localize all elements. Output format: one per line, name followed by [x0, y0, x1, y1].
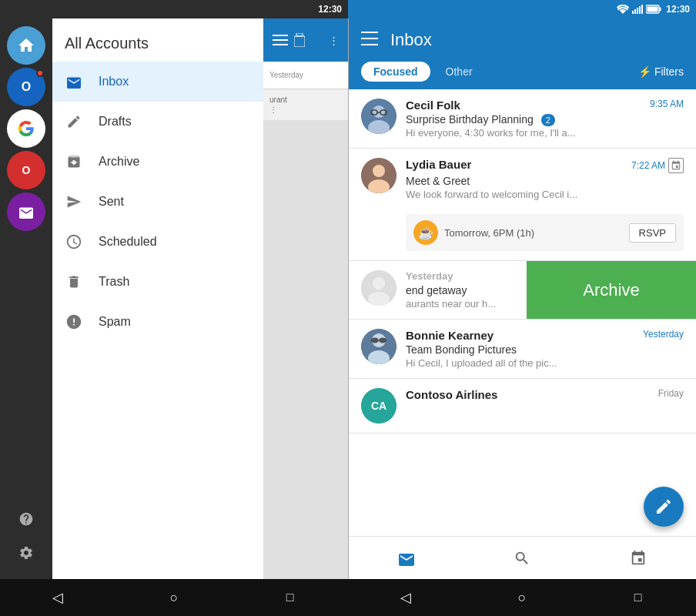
svg-rect-7: [647, 7, 658, 12]
back-icon: ◁: [52, 589, 63, 606]
tab-other[interactable]: Other: [437, 62, 482, 82]
filters-label: Filters: [654, 65, 684, 78]
sidebar-icon-help[interactable]: [12, 505, 40, 533]
avatar-4: [361, 329, 397, 364]
email-item-1[interactable]: Cecil Folk 9:35 AM Surprise Birthday Pla…: [349, 89, 696, 149]
email-item-2[interactable]: Lydia Bauer 7:22 AM Meet & Greet We look…: [349, 149, 696, 261]
preview-item-2: urant ⋮: [263, 89, 348, 120]
email-timestamp-5: Friday: [658, 388, 684, 399]
archive-icon: [65, 152, 83, 171]
android-home-button[interactable]: ○: [151, 576, 197, 616]
sidebar-icon-mail[interactable]: [7, 192, 45, 231]
bottom-nav-mail[interactable]: [383, 537, 430, 580]
status-time-right: 12:30: [666, 4, 690, 15]
email-sender-4: Bonnie Kearney: [406, 329, 494, 342]
sidebar-icon-outlook[interactable]: O: [7, 68, 45, 106]
svg-rect-11: [294, 36, 305, 47]
email-item-5[interactable]: CA Contoso Airlines Friday: [349, 379, 696, 434]
avatar-5: CA: [361, 388, 397, 424]
avatar-1: [361, 99, 397, 134]
android-recents-button[interactable]: □: [267, 576, 313, 616]
sidebar-icon-office[interactable]: O: [7, 151, 45, 189]
bottom-nav-search[interactable]: [499, 537, 545, 580]
bottom-nav: [349, 536, 696, 579]
inbox-icon: [65, 72, 83, 91]
status-bar-right: 12:30: [348, 0, 696, 18]
svg-text:CA: CA: [371, 400, 386, 412]
filters-button[interactable]: ⚡ Filters: [638, 65, 684, 78]
sent-icon: [65, 192, 83, 211]
email-preview-2: We look forward to welcoming Cecil i...: [406, 189, 684, 200]
email-subject-1: Surprise Birthday Planning 2: [406, 113, 684, 126]
svg-rect-3: [639, 6, 641, 14]
sidebar-icons: O O: [0, 18, 52, 579]
bottom-nav-calendar[interactable]: [615, 537, 661, 580]
android-back-button[interactable]: ◁: [35, 576, 81, 616]
android-nav-left: ◁ ○ □: [0, 579, 348, 616]
android-recents-button-right[interactable]: □: [615, 576, 661, 616]
nav-menu-title: All Accounts: [65, 35, 149, 52]
event-avatar: ☕: [413, 220, 438, 245]
recents-icon-right: □: [634, 591, 642, 604]
email-sender-3: Yesterday: [406, 270, 453, 282]
left-panel: O O: [0, 18, 348, 579]
android-home-button-right[interactable]: ○: [499, 576, 545, 616]
bolt-icon: ⚡: [638, 65, 651, 78]
svg-point-23: [373, 165, 385, 177]
recents-icon: □: [286, 591, 294, 604]
avatar-2: [361, 158, 397, 193]
email-subject-4: Team Bonding Pictures: [406, 343, 684, 356]
email-sender-2: Lydia Bauer: [406, 158, 471, 171]
spam-icon: [65, 313, 83, 331]
email-timestamp-1: 9:35 AM: [650, 99, 684, 109]
sidebar-icon-google[interactable]: [7, 109, 45, 148]
svg-rect-0: [632, 11, 634, 14]
email-preview-1: Hi everyone, 4:30 works for me, I'll a..…: [406, 127, 684, 139]
rsvp-button[interactable]: RSVP: [629, 223, 676, 243]
email-preview-overlay: ⋮ Yesterday urant ⋮: [263, 18, 348, 579]
email-row-2: Lydia Bauer 7:22 AM Meet & Greet We look…: [361, 158, 684, 200]
event-card-2: ☕ Tomorrow, 6PM (1h) RSVP: [406, 214, 684, 251]
svg-rect-12: [296, 33, 303, 36]
email-content-5: Contoso Airlines Friday: [406, 388, 684, 403]
archive-overlay: Archive: [527, 261, 696, 319]
tabs-bar: Focused Other ⚡ Filters: [349, 62, 696, 89]
svg-point-31: [371, 338, 379, 343]
status-icons: 12:30: [617, 4, 690, 15]
preview-item-1: Yesterday: [263, 62, 348, 89]
sidebar-icon-home[interactable]: [7, 26, 45, 65]
email-content-1: Cecil Folk 9:35 AM Surprise Birthday Pla…: [406, 99, 684, 139]
hamburger-menu-button[interactable]: [361, 32, 378, 49]
sidebar-bottom: [12, 505, 40, 579]
email-item-4[interactable]: Bonnie Kearney Yesterday Team Bonding Pi…: [349, 320, 696, 379]
email-subject-2: Meet & Greet: [406, 175, 684, 187]
preview-header: ⋮: [263, 18, 348, 62]
svg-rect-6: [660, 8, 661, 12]
scheduled-icon: [65, 233, 83, 251]
archive-overlay-text: Archive: [583, 280, 639, 300]
app-bar-title: Inbox: [390, 30, 684, 50]
svg-point-26: [373, 277, 385, 290]
trash-icon: [65, 273, 83, 291]
status-time-left: 12:30: [318, 4, 342, 15]
calendar-icon-2: [668, 158, 684, 173]
email-content-4: Bonnie Kearney Yesterday Team Bonding Pi…: [406, 329, 684, 369]
app-bar: Inbox: [349, 18, 696, 62]
sidebar-icon-settings[interactable]: [12, 539, 40, 567]
back-icon-right: ◁: [400, 589, 411, 606]
svg-rect-1: [634, 9, 636, 14]
email-timestamp-4: Yesterday: [643, 329, 684, 340]
avatar-3: [361, 270, 397, 306]
svg-rect-2: [637, 8, 638, 14]
tab-focused[interactable]: Focused: [361, 62, 430, 82]
email-sender-5: Contoso Airlines: [406, 388, 497, 401]
email-preview-4: Hi Cecil, I uploaded all of the pic...: [406, 357, 684, 369]
email-list: Cecil Folk 9:35 AM Surprise Birthday Pla…: [349, 89, 696, 536]
event-time: Tomorrow, 6PM (1h): [444, 227, 623, 239]
android-back-button-right[interactable]: ◁: [383, 576, 429, 616]
compose-fab-button[interactable]: [644, 487, 684, 527]
email-content-2: Lydia Bauer 7:22 AM Meet & Greet We look…: [406, 158, 684, 200]
drafts-icon: [65, 112, 83, 131]
android-nav-right: ◁ ○ □: [348, 579, 696, 616]
svg-point-32: [379, 338, 386, 343]
